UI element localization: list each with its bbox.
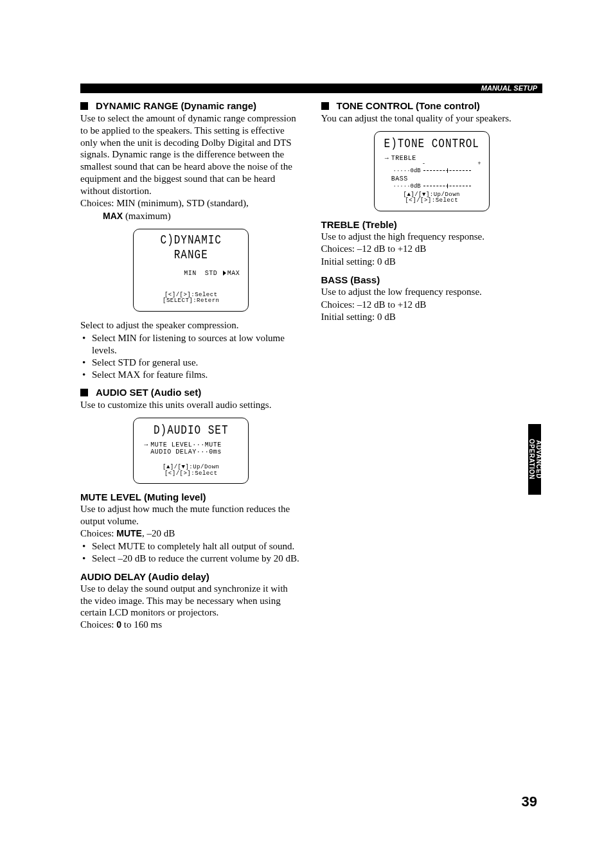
choices-suffix: to 160 ms [121, 619, 162, 630]
audio-delay-paragraph: Use to delay the sound output and synchr… [80, 583, 302, 619]
lcd-bass-slider-row: ·····0dB [381, 183, 483, 190]
dynamic-range-bullets: Select MIN for listening to sources at l… [80, 332, 302, 380]
choices-bold: 0 [116, 619, 121, 630]
lcd-treble-label: TREBLE [391, 155, 416, 162]
lcd-mute-level-text: MUTE LEVEL···MUTE [150, 441, 222, 448]
bass-initial: Initial setting: 0 dB [321, 311, 543, 323]
header-section-label: MANUAL SETUP [481, 84, 537, 93]
arrow-right-icon: → [385, 155, 391, 162]
lcd-options-row: MIN STD MAX [140, 264, 242, 283]
dynamic-range-after-lcd: Select to adjust the speaker compression… [80, 319, 302, 332]
mute-level-paragraph: Use to adjust how much the mute function… [80, 503, 302, 527]
audio-delay-heading: AUDIO DELAY (Audio delay) [80, 571, 302, 582]
lcd-std: STD [205, 270, 218, 277]
dynamic-range-max-rest: (maximum) [123, 211, 171, 221]
dynamic-range-paragraph: Use to select the amount of dynamic rang… [80, 112, 302, 197]
lcd-title-text: D)AUDIO SET [140, 423, 242, 438]
square-bullet-icon [321, 102, 329, 110]
side-tab-line-1: ADVANCED [535, 440, 542, 479]
mute-level-heading: MUTE LEVEL (Muting level) [80, 492, 302, 502]
dynamic-range-heading: DYNAMIC RANGE (Dynamic range) [80, 100, 302, 111]
mute-level-choices: Choices: MUTE, –20 dB [80, 527, 302, 540]
arrow-right-icon: → [144, 441, 150, 448]
list-item: Select MAX for feature films. [80, 369, 302, 381]
lcd-bass-row: BASS [381, 175, 483, 182]
bass-choices: Choices: –12 dB to +12 dB [321, 299, 543, 311]
treble-initial: Initial setting: 0 dB [321, 256, 543, 268]
dynamic-range-choices-line1: Choices: MIN (minimum), STD (standard), [80, 197, 302, 209]
side-tab-text: ADVANCED OPERATION [528, 439, 542, 479]
side-tab: ADVANCED OPERATION [528, 424, 541, 495]
dynamic-range-choices-line2: MAX (maximum) [103, 210, 302, 222]
choices-bold: MUTE [116, 528, 142, 538]
lcd-foot-line-2: [<]/[>]:Select [381, 198, 483, 204]
treble-heading: TREBLE (Treble) [321, 219, 543, 230]
tone-control-lcd: E)TONE CONTROL → TREBLE - + ·····0dB BAS… [374, 131, 490, 211]
lcd-mute-level-row: → MUTE LEVEL···MUTE [140, 441, 242, 448]
lcd-title-text: E)TONE CONTROL [381, 136, 483, 151]
page: MANUAL SETUP DYNAMIC RANGE (Dynamic rang… [0, 0, 613, 868]
treble-paragraph: Use to adjust the high frequency respons… [321, 231, 543, 243]
list-item: Select STD for general use. [80, 357, 302, 369]
left-column: DYNAMIC RANGE (Dynamic range) Use to sel… [80, 96, 302, 631]
audio-set-paragraph: Use to customize this units overall audi… [80, 399, 302, 411]
choices-prefix: Choices: [80, 619, 116, 630]
tone-control-heading: TONE CONTROL (Tone control) [321, 100, 543, 111]
choices-suffix: , –20 dB [142, 528, 175, 538]
arrow-spacer [144, 448, 150, 456]
triangle-right-icon [223, 270, 226, 276]
arrow-spacer [385, 175, 391, 182]
lcd-treble-slider-row: ·····0dB [381, 168, 483, 174]
dynamic-range-title: DYNAMIC RANGE (Dynamic range) [96, 100, 256, 111]
bass-heading: BASS (Bass) [321, 274, 543, 285]
audio-delay-choices: Choices: 0 to 160 ms [80, 619, 302, 631]
square-bullet-icon [80, 389, 88, 396]
lcd-min: MIN [184, 270, 197, 277]
tone-control-title: TONE CONTROL (Tone control) [337, 100, 480, 111]
bass-paragraph: Use to adjust the low frequency response… [321, 286, 543, 298]
header-bar [80, 84, 542, 93]
dynamic-range-lcd: C)DYNAMIC RANGE MIN STD MAX [<]/[>]:Sele… [133, 229, 249, 312]
lcd-foot-line-2: [SELECT]:Retern [140, 298, 242, 304]
square-bullet-icon [80, 102, 88, 110]
plus-icon: + [477, 161, 481, 167]
audio-set-lcd: D)AUDIO SET → MUTE LEVEL···MUTE AUDIO DE… [133, 418, 249, 484]
list-item: Select MIN for listening to sources at l… [80, 332, 302, 357]
dynamic-range-max-bold: MAX [103, 211, 123, 221]
lcd-footer: [▲]/[▼]:Up/Down [<]/[>]:Select [140, 465, 242, 477]
lcd-footer: [▲]/[▼]:Up/Down [<]/[>]:Select [381, 192, 483, 204]
lcd-title-text: C)DYNAMIC RANGE [140, 232, 242, 262]
side-tab-line-2: OPERATION [528, 439, 535, 479]
lcd-footer: [<]/[>]:Select [SELECT]:Retern [140, 292, 242, 305]
minus-icon: - [422, 161, 425, 167]
lcd-bass-label: BASS [391, 175, 408, 182]
choices-prefix: Choices: [80, 528, 116, 538]
audio-set-heading: AUDIO SET (Audio set) [80, 387, 302, 398]
lcd-bass-value: ·····0dB [385, 183, 423, 190]
list-item: Select MUTE to completely halt all outpu… [80, 540, 302, 553]
lcd-audio-delay-text: AUDIO DELAY···0ms [150, 448, 222, 456]
list-item: Select –20 dB to reduce the current volu… [80, 553, 302, 565]
lcd-foot-line-2: [<]/[>]:Select [140, 471, 242, 477]
tone-control-paragraph: You can adjust the tonal quality of your… [321, 112, 543, 125]
right-column: TONE CONTROL (Tone control) You can adju… [321, 96, 543, 631]
slider-icon [423, 184, 471, 188]
lcd-max: MAX [227, 270, 240, 277]
lcd-audio-delay-row: AUDIO DELAY···0ms [140, 448, 242, 456]
lcd-treble-value: ·····0dB [385, 168, 423, 174]
columns: DYNAMIC RANGE (Dynamic range) Use to sel… [80, 96, 542, 631]
page-number: 39 [522, 793, 537, 810]
audio-set-title: AUDIO SET (Audio set) [96, 387, 201, 398]
slider-icon [423, 168, 471, 173]
treble-choices: Choices: –12 dB to +12 dB [321, 243, 543, 255]
mute-level-bullets: Select MUTE to completely halt all outpu… [80, 540, 302, 565]
